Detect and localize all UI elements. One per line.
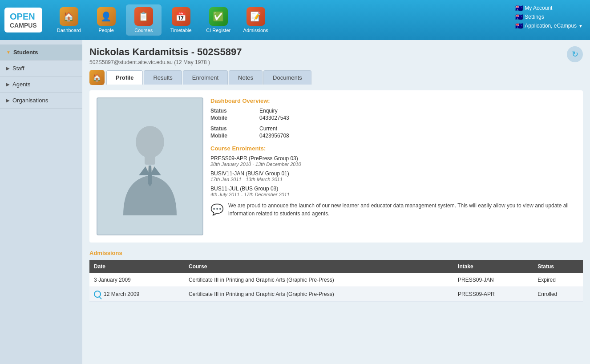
status-value-2: Current bbox=[259, 125, 576, 132]
student-email-dob: 502S5897@student.aite.vic.edu.au (12 May… bbox=[89, 59, 242, 65]
sidebar-item-students[interactable]: ▼ Students bbox=[0, 44, 82, 61]
sidebar-label-agents: Agents bbox=[12, 81, 30, 88]
nav-people-label: People bbox=[99, 28, 114, 33]
announcement-icon: 💬 bbox=[210, 203, 224, 216]
content: Nickolas Kardamitsis - 502S5897 502S5897… bbox=[82, 40, 590, 364]
sidebar-label-organisations: Organisations bbox=[12, 97, 48, 104]
nav-timetable[interactable]: 📅 Timetable bbox=[163, 4, 199, 36]
row2-status: Enrolled bbox=[533, 287, 583, 302]
ecampus-dropdown-icon: ▼ bbox=[578, 24, 583, 28]
row2-course: Certificate III in Printing and Graphic … bbox=[184, 287, 453, 302]
timetable-icon: 📅 bbox=[172, 7, 190, 26]
avatar-silhouette bbox=[114, 117, 186, 215]
student-header: Nickolas Kardamitsis - 502S5897 502S5897… bbox=[89, 46, 583, 65]
tab-notes[interactable]: Notes bbox=[229, 70, 263, 85]
settings-label: Settings bbox=[525, 14, 544, 20]
logo-open: OPEN bbox=[10, 11, 37, 22]
status-label-1: Status bbox=[210, 108, 255, 114]
student-name: Nickolas Kardamitsis - 502S5897 bbox=[89, 46, 242, 58]
announcement-section: 💬 We are proud to annouce the launch of … bbox=[210, 202, 576, 218]
enrolment-name-3: BUS11-JUL (BUS Group 03) bbox=[210, 186, 576, 192]
row2-date-text: 12 March 2009 bbox=[104, 291, 139, 297]
table-row: 3 January 2009 Certificate III in Printi… bbox=[89, 273, 583, 287]
course-enrolments-title: Course Enrolments: bbox=[210, 145, 576, 152]
my-account-link[interactable]: 🇦🇺 My Account bbox=[515, 4, 583, 12]
sidebar-item-organisations[interactable]: ▶ Organisations bbox=[0, 93, 82, 109]
tab-documents[interactable]: Documents bbox=[263, 70, 311, 85]
tab-home-button[interactable]: 🏠 bbox=[89, 70, 105, 85]
admissions-section: Admissions Date Course Intake Status 3 J… bbox=[89, 250, 583, 302]
people-icon: 👤 bbox=[97, 7, 116, 26]
nav-timetable-label: Timetable bbox=[170, 28, 192, 33]
sidebar-item-agents[interactable]: ▶ Agents bbox=[0, 77, 82, 93]
main-layout: ▼ Students ▶ Staff ▶ Agents ▶ Organisati… bbox=[0, 40, 590, 364]
enrolment-name-2: BUSIV11-JAN (BUSIV Group 01) bbox=[210, 170, 576, 177]
announcement-text: We are proud to annouce the launch of ou… bbox=[228, 202, 576, 218]
enrolment-date-2: 17th Jan 2011 - 13th March 2011 bbox=[210, 177, 576, 182]
col-intake: Intake bbox=[453, 260, 533, 273]
dashboard-icon: 🏠 bbox=[60, 7, 78, 26]
nav-ci-register-label: CI Register bbox=[206, 28, 230, 33]
nav-admissions-label: Admissions bbox=[243, 28, 268, 33]
nav-dashboard-label: Dashboard bbox=[57, 28, 81, 33]
nav-courses-label: Courses bbox=[134, 28, 153, 33]
mobile-value-1: 0433027543 bbox=[259, 115, 576, 121]
admissions-title: Admissions bbox=[89, 250, 583, 256]
nav-courses[interactable]: 📋 Courses bbox=[126, 4, 162, 36]
status-value-1: Enquiry bbox=[259, 108, 576, 114]
sidebar: ▼ Students ▶ Staff ▶ Agents ▶ Organisati… bbox=[0, 40, 82, 364]
enrolment-item-3: BUS11-JUL (BUS Group 03) 4th July 2011 -… bbox=[210, 186, 576, 197]
sidebar-arrow-students: ▼ bbox=[6, 50, 11, 55]
admissions-table: Date Course Intake Status 3 January 2009… bbox=[89, 260, 583, 302]
tab-bar: 🏠 Profile Results Enrolment Notes Docume… bbox=[89, 70, 583, 85]
svg-rect-1 bbox=[145, 156, 155, 165]
table-row: 12 March 2009 Certificate III in Printin… bbox=[89, 287, 583, 302]
ci-register-icon: ✅ bbox=[209, 7, 228, 26]
enrolment-list: PRESS09-APR (PrePress Group 03) 28th Jan… bbox=[210, 155, 576, 197]
mobile-label-2: Mobile bbox=[210, 133, 255, 139]
enrolment-name-1: PRESS09-APR (PrePress Group 03) bbox=[210, 155, 576, 162]
courses-icon: 📋 bbox=[134, 7, 153, 26]
sidebar-label-staff: Staff bbox=[12, 65, 24, 72]
avatar-section bbox=[97, 97, 203, 235]
enrolment-item-2: BUSIV11-JAN (BUSIV Group 01) 17th Jan 20… bbox=[210, 170, 576, 182]
nav-ci-register[interactable]: ✅ CI Register bbox=[201, 4, 236, 36]
row1-course: Certificate III in Printing and Graphic … bbox=[184, 273, 453, 287]
svg-point-0 bbox=[136, 126, 164, 158]
info-section: Dashboard Overview: Status Enquiry Mobil… bbox=[210, 97, 576, 235]
row1-intake: PRESS09-JAN bbox=[453, 273, 533, 287]
col-course: Course bbox=[184, 260, 453, 273]
row2-date-cell: 12 March 2009 bbox=[94, 291, 180, 298]
mobile-label-1: Mobile bbox=[210, 115, 255, 121]
refresh-button[interactable]: ↻ bbox=[567, 46, 583, 62]
tab-enrolment[interactable]: Enrolment bbox=[183, 70, 228, 85]
enrolment-item-1: PRESS09-APR (PrePress Group 03) 28th Jan… bbox=[210, 155, 576, 167]
ecampus-link[interactable]: 🇦🇺 Application, eCampus ▼ bbox=[515, 22, 583, 29]
settings-link[interactable]: 🇦🇺 Settings bbox=[515, 13, 583, 20]
nav-people[interactable]: 👤 People bbox=[89, 4, 124, 36]
student-info: Nickolas Kardamitsis - 502S5897 502S5897… bbox=[89, 46, 242, 65]
search-icon[interactable] bbox=[94, 291, 101, 298]
info-grid: Status Enquiry Mobile 0433027543 Status … bbox=[210, 108, 576, 139]
sidebar-arrow-agents: ▶ bbox=[6, 82, 10, 87]
flag-icon-2: 🇦🇺 bbox=[515, 13, 523, 20]
sidebar-label-students: Students bbox=[13, 49, 38, 56]
ecampus-label: Application, eCampus bbox=[525, 23, 577, 29]
top-nav: OPEN CAMPUS 🏠 Dashboard 👤 People 📋 Cours… bbox=[0, 0, 590, 40]
row2-intake: PRESS09-APR bbox=[453, 287, 533, 302]
top-right: 🇦🇺 My Account 🇦🇺 Settings 🇦🇺 Application… bbox=[515, 4, 583, 29]
admissions-icon: 📝 bbox=[247, 7, 265, 26]
nav-dashboard[interactable]: 🏠 Dashboard bbox=[51, 4, 87, 36]
enrolment-date-1: 28th January 2010 - 13th December 2010 bbox=[210, 162, 576, 167]
row2-date: 12 March 2009 bbox=[89, 287, 184, 302]
tab-results[interactable]: Results bbox=[144, 70, 182, 85]
tab-profile[interactable]: Profile bbox=[106, 70, 143, 85]
row1-status: Expired bbox=[533, 273, 583, 287]
profile-content: Dashboard Overview: Status Enquiry Mobil… bbox=[89, 90, 583, 243]
logo: OPEN CAMPUS bbox=[4, 8, 42, 33]
sidebar-item-staff[interactable]: ▶ Staff bbox=[0, 61, 82, 77]
nav-admissions[interactable]: 📝 Admissions bbox=[238, 4, 274, 36]
flag-icon-1: 🇦🇺 bbox=[515, 4, 523, 12]
avatar-box bbox=[97, 97, 203, 235]
col-date: Date bbox=[89, 260, 184, 273]
